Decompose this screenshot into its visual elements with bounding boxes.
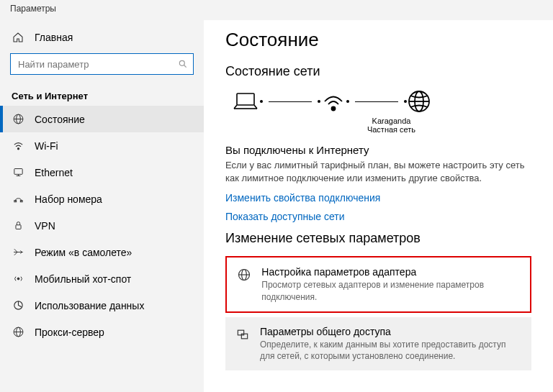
nav-proxy[interactable]: Прокси-сервер <box>0 319 204 345</box>
content-area: Состояние Состояние сети Karaganda Частн… <box>204 20 553 392</box>
net-status-heading: Состояние сети <box>225 64 531 79</box>
adapter-title: Настройка параметров адаптера <box>261 266 520 278</box>
search-input[interactable] <box>10 53 194 75</box>
globe-icon <box>12 113 24 125</box>
nav-wifi[interactable]: Wi-Fi <box>0 132 204 159</box>
airplane-icon <box>12 246 24 258</box>
home-link[interactable]: Главная <box>0 26 204 49</box>
nav-label: VPN <box>35 220 55 232</box>
home-label: Главная <box>35 32 73 43</box>
wifi-icon <box>12 140 24 152</box>
link-show-networks[interactable]: Показать доступные сети <box>225 211 531 222</box>
nav-ethernet[interactable]: Ethernet <box>0 159 204 186</box>
section-heading: Сеть и Интернет <box>0 83 204 106</box>
nav-label: Набор номера <box>35 193 102 205</box>
change-settings-heading: Изменение сетевых параметров <box>225 231 531 246</box>
nav-label: Прокси-сервер <box>35 327 104 338</box>
vpn-icon <box>12 219 24 232</box>
window-title: Параметры <box>0 0 553 20</box>
svg-rect-26 <box>241 334 247 339</box>
data-icon <box>12 299 24 311</box>
adapter-desc: Просмотр сетевых адаптеров и изменение п… <box>261 279 520 302</box>
nav-label: Wi-Fi <box>35 140 58 152</box>
home-icon <box>12 32 24 43</box>
link-connection-props[interactable]: Изменить свойства подключения <box>225 192 531 204</box>
dialup-icon <box>12 193 24 205</box>
nav-airplane[interactable]: Режим «в самолете» <box>0 239 204 265</box>
network-type: Частная сеть <box>251 125 531 134</box>
nav-vpn[interactable]: VPN <box>0 212 204 239</box>
svg-rect-6 <box>14 169 22 175</box>
hotspot-icon <box>12 273 24 285</box>
sidebar: Главная Сеть и Интернет Состояние Wi-Fi … <box>0 20 204 392</box>
connected-text: Если у вас лимитный тарифный план, вы мо… <box>225 159 528 185</box>
page-title: Состояние <box>225 29 531 51</box>
search-container <box>10 53 194 75</box>
nav-label: Состояние <box>35 114 85 125</box>
sharing-icon <box>235 326 250 362</box>
adapter-icon <box>237 266 251 302</box>
svg-rect-25 <box>238 330 243 335</box>
nav-label: Мобильный хот-спот <box>35 273 131 285</box>
svg-point-18 <box>332 107 336 111</box>
sharing-desc: Определите, к каким данным вы хотите пре… <box>260 339 521 362</box>
network-diagram <box>231 89 531 114</box>
sharing-title: Параметры общего доступа <box>260 326 521 337</box>
nav-label: Режим «в самолете» <box>35 247 132 258</box>
svg-rect-17 <box>237 94 254 105</box>
ethernet-icon <box>12 166 24 178</box>
connected-heading: Вы подключены к Интернету <box>225 144 531 156</box>
sharing-settings-card[interactable]: Параметры общего доступа Определите, к к… <box>225 317 531 370</box>
nav-dialup[interactable]: Набор номера <box>0 186 204 212</box>
svg-point-12 <box>17 278 19 280</box>
connector-line <box>346 100 407 103</box>
network-name: Karaganda <box>251 117 531 125</box>
svg-point-5 <box>17 148 19 150</box>
main-layout: Главная Сеть и Интернет Состояние Wi-Fi … <box>0 20 553 392</box>
router-icon <box>320 90 346 113</box>
nav-label: Ethernet <box>35 167 73 178</box>
nav-datausage[interactable]: Использование данных <box>0 292 204 319</box>
globe-large-icon <box>407 89 431 114</box>
nav-status[interactable]: Состояние <box>0 106 204 132</box>
proxy-icon <box>12 326 24 338</box>
nav-hotspot[interactable]: Мобильный хот-спот <box>0 265 204 292</box>
adapter-settings-card[interactable]: Настройка параметров адаптера Просмотр с… <box>225 256 531 312</box>
svg-rect-11 <box>15 225 20 229</box>
laptop-icon <box>231 90 260 113</box>
network-label: Karaganda Частная сеть <box>251 117 531 134</box>
nav-label: Использование данных <box>35 300 144 311</box>
connector-line <box>260 100 320 103</box>
